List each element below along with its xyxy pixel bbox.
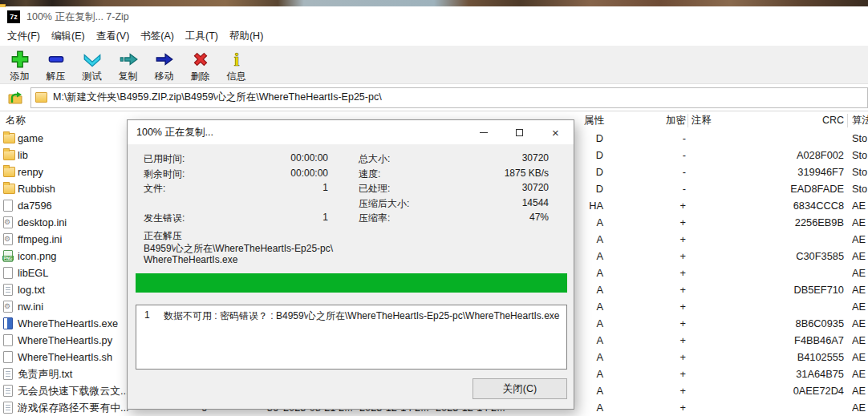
column-header-name[interactable]: 名称 [6,111,26,130]
stat-row-right: 压缩率:47% [359,212,549,227]
menu-edit[interactable]: 编辑(E) [46,27,91,46]
error-listbox[interactable]: 1 数据不可用 : 密码错误？ : B4959\心之所在\WhereTheHea… [136,305,567,370]
stat-row-left [144,197,328,212]
cell-crc: EAD8FADE [769,180,844,197]
cell-attr: A [570,281,603,298]
info-button[interactable]: i 信息 [218,48,254,83]
column-header-attr[interactable]: 属性 [584,111,604,130]
minimize-button[interactable] [465,120,501,144]
cell-encrypted: + [642,248,686,265]
cell-encrypted: + [642,332,686,349]
close-button-x[interactable]: × [537,120,574,144]
maximize-icon [516,129,523,136]
menu-help[interactable]: 帮助(H) [224,27,269,46]
cell-crc: 0AEE72D4 [769,382,844,399]
folder-up-icon [7,90,23,106]
delete-button[interactable]: 删除 [182,48,218,83]
file-name: 免责声明.txt [18,366,72,382]
cell-attr: A [570,332,603,349]
cell-method: AE [852,281,868,298]
window-titlebar: 7z 100% 正在复制... 7-Zip [0,6,868,27]
file-name: WhereTheHeartIs.py [18,332,112,349]
toolbar-label: 删除 [191,70,210,83]
copy-button[interactable]: 复制 [110,48,146,83]
stat-row-left: 已用时间:00:00:00 [144,152,328,168]
stat-value: 30720 [522,152,549,168]
folder-icon [35,92,47,103]
menu-file[interactable]: 文件(F) [2,27,46,46]
exe-icon [3,317,13,329]
cell-attr: A [570,248,603,265]
column-header-method[interactable]: 算法 [852,111,868,130]
png-icon [3,250,13,262]
cell-crc: F4BB46A7 [769,332,844,349]
cell-encrypted: + [642,366,686,382]
file-name: icon.png [18,248,56,265]
add-button[interactable]: 添加 [2,48,38,83]
cell-crc: DB5EF710 [769,281,844,298]
cell-encrypted: + [642,265,686,281]
cell-attr: HA [570,197,603,214]
cell-crc: 8B6C0935 [769,315,844,332]
delete-x-icon [189,49,212,70]
cell-method: AE [852,265,868,281]
txt-icon [3,368,13,380]
stat-label: 发生错误: [144,212,185,227]
column-header-crc[interactable]: CRC [769,111,844,130]
cell-crc: 2256EB9B [769,214,844,231]
cell-method: AE [852,366,868,382]
column-header-encrypted[interactable]: 加密 [642,111,686,130]
menu-view[interactable]: 查看(V) [91,27,136,46]
stat-label: 已处理: [359,182,390,197]
cell-attr: A [570,382,603,399]
file-name: ffmpeg.ini [18,231,62,248]
stat-label: 已用时间: [144,152,185,168]
stat-value: 14544 [522,197,549,212]
address-input[interactable]: M:\新建文件夹\B4959.ZIP.zip\B4959\心之所在\WhereT… [30,87,868,108]
stat-value: 1 [322,182,328,197]
svg-text:i: i [233,49,239,70]
cell-attr: A [570,231,603,248]
extract-button[interactable]: 解压 [38,48,74,83]
cell-encrypted: + [642,349,686,366]
cell-crc: B4102555 [769,349,844,366]
current-path-line2: WhereTheHeartIs.exe [144,255,333,266]
file-name: lib [18,147,28,164]
minimize-icon [480,132,488,133]
cell-crc: A028F002 [769,147,844,164]
file-name: 游戏保存路径不要有中... [18,399,129,416]
cell-method: AE [852,214,868,231]
txt-icon [3,402,13,414]
extract-minus-icon [45,49,67,70]
up-directory-button[interactable] [5,87,26,108]
dialog-titlebar: 100% 正在复制... × [128,120,574,144]
cell-attr: D [570,180,603,197]
menu-bookmarks[interactable]: 书签(A) [135,27,180,46]
cell-attr: A [570,265,603,281]
7zip-logo-icon: 7z [7,10,20,23]
toolbar-label: 解压 [47,70,66,83]
file-icon [3,334,13,346]
error-count: 1 [144,309,150,321]
cell-method: Sto [852,147,868,164]
stat-value: 1 [322,212,328,227]
column-separator[interactable] [847,114,848,127]
test-button[interactable]: 测试 [74,48,110,83]
maximize-button[interactable] [501,120,537,144]
cell-method: AE [852,248,868,265]
progress-dialog: 100% 正在复制... × 已用时间:00:00:00剩余时间:00:00:0… [127,119,574,410]
cell-attr: D [570,164,603,180]
cell-method: AE [852,349,868,366]
column-separator[interactable] [688,114,688,127]
cell-attr: A [570,298,603,315]
menu-tools[interactable]: 工具(T) [180,27,224,46]
close-button[interactable]: 关闭(C) [473,378,567,399]
stat-value: 00:00:00 [290,152,328,168]
cell-method: AE [852,298,868,315]
cell-attr: A [570,315,603,332]
cell-method: AE [852,399,868,416]
cell-crc: 31A64B75 [769,366,844,382]
column-header-comment[interactable]: 注释 [692,111,712,130]
stat-label: 速度: [359,168,380,183]
move-button[interactable]: 移动 [146,48,182,83]
